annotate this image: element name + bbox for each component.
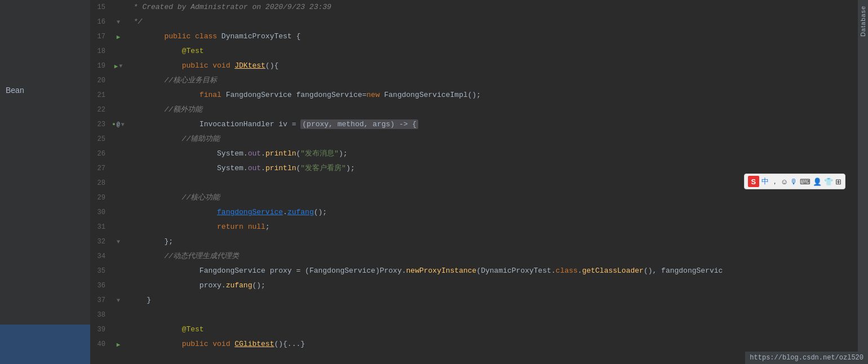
gutter-17: ▶ xyxy=(110,33,127,41)
gutter-32: ▼ xyxy=(110,239,127,245)
fold-icon-32[interactable]: ▼ xyxy=(117,239,120,245)
table-row: 23 ● @ ▼ InvocationHandler iv = (proxy, … xyxy=(90,117,868,132)
database-tab[interactable]: Database xyxy=(858,0,868,364)
table-row: 37 ▼ } xyxy=(90,293,868,308)
line-number-25: 25 xyxy=(90,135,110,143)
run-icon-19[interactable]: ▶ xyxy=(114,63,118,70)
code-content-15: * Created by Administrator on 2020/9/23 … xyxy=(127,0,868,15)
line-number-29: 29 xyxy=(90,194,110,202)
url-text: https://blog.csdn.net/ozl520 xyxy=(750,354,863,362)
line-number-23: 23 xyxy=(90,121,110,128)
sidebar-bottom-panel xyxy=(0,325,90,364)
code-editor[interactable]: 15 * Created by Administrator on 2020/9/… xyxy=(90,0,868,364)
fold-icon-16[interactable]: ▼ xyxy=(117,19,120,25)
line-number-34: 34 xyxy=(90,252,110,260)
line-number-38: 38 xyxy=(90,311,110,319)
line-number-27: 27 xyxy=(90,165,110,172)
sidebar: Bean xyxy=(0,0,90,364)
run-icon-17[interactable]: ▶ xyxy=(117,33,121,41)
gutter-16: ▼ xyxy=(110,19,127,25)
table-row: 36 proxy.zufang(); xyxy=(90,278,868,293)
ime-logo-text: S xyxy=(751,177,756,186)
line-number-31: 31 xyxy=(90,223,110,231)
gutter-37: ▼ xyxy=(110,298,127,304)
breakpoint-icon-23[interactable]: ● xyxy=(112,122,115,127)
line-number-32: 32 xyxy=(90,238,110,246)
ime-user[interactable]: 👤 xyxy=(813,177,822,186)
ime-shirt[interactable]: 👕 xyxy=(824,177,833,186)
bookmark-icon-23[interactable]: @ xyxy=(117,122,120,128)
database-tab-label: Database xyxy=(860,6,866,37)
sidebar-bean-label: Bean xyxy=(0,78,86,102)
code-content-37: } xyxy=(127,293,868,308)
line-number-26: 26 xyxy=(90,150,110,158)
bean-text: Bean xyxy=(6,86,24,95)
gutter-19: ▶ ▼ xyxy=(110,63,127,70)
table-row: 32 ▼ }; xyxy=(90,234,868,249)
line-number-22: 22 xyxy=(90,106,110,114)
ime-keyboard[interactable]: ⌨ xyxy=(800,177,811,186)
table-row: 40 ▶ public void CGlibtest(){...} xyxy=(90,337,868,352)
table-row: 21 final FangdongService fangdongService… xyxy=(90,88,868,103)
line-number-16: 16 xyxy=(90,18,110,26)
line-number-20: 20 xyxy=(90,77,110,85)
line-number-15: 15 xyxy=(90,3,110,11)
ime-toolbar[interactable]: S 中 ， ☺ 🎙 ⌨ 👤 👕 ⊞ xyxy=(744,174,845,189)
line-number-36: 36 xyxy=(90,282,110,290)
ime-punct[interactable]: ， xyxy=(771,176,778,187)
run-icon-40[interactable]: ▶ xyxy=(117,341,121,348)
line-number-39: 39 xyxy=(90,326,110,334)
line-number-18: 18 xyxy=(90,47,110,55)
gutter-23: ● @ ▼ xyxy=(110,122,127,128)
ime-logo: S xyxy=(748,176,759,187)
line-number-35: 35 xyxy=(90,267,110,275)
table-row: 19 ▶ ▼ public void JDKtest(){ xyxy=(90,59,868,73)
line-number-17: 17 xyxy=(90,33,110,41)
table-row: 31 return null; xyxy=(90,220,868,234)
gutter-40: ▶ xyxy=(110,341,127,348)
fold-icon-23[interactable]: ▼ xyxy=(121,122,125,128)
fold-icon-19[interactable]: ▼ xyxy=(119,63,122,69)
ime-grid[interactable]: ⊞ xyxy=(835,177,842,186)
line-number-28: 28 xyxy=(90,179,110,187)
fold-icon-37[interactable]: ▼ xyxy=(117,298,120,304)
line-number-21: 21 xyxy=(90,91,110,99)
line-number-40: 40 xyxy=(90,340,110,348)
code-content-32: }; xyxy=(127,234,868,249)
status-bar-url: https://blog.csdn.net/ozl520 xyxy=(745,352,868,364)
line-number-19: 19 xyxy=(90,62,110,70)
line-number-30: 30 xyxy=(90,208,110,216)
ime-mode[interactable]: 中 xyxy=(761,176,769,187)
ime-mic[interactable]: 🎙 xyxy=(790,177,798,186)
line-number-37: 37 xyxy=(90,296,110,304)
ime-face[interactable]: ☺ xyxy=(781,177,788,186)
table-row: 15 * Created by Administrator on 2020/9/… xyxy=(90,0,868,15)
